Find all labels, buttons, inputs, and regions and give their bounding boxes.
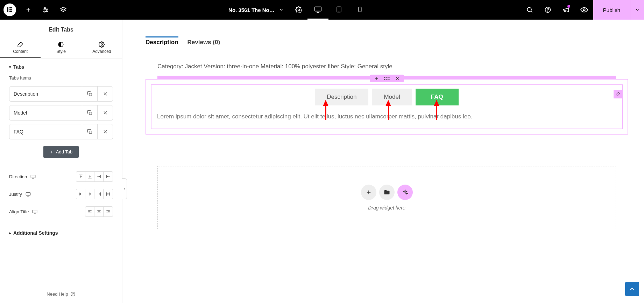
page-settings-button[interactable]: [290, 0, 307, 20]
dropzone-template-button[interactable]: [379, 185, 395, 200]
tab-item-copy-button[interactable]: [82, 105, 97, 120]
svg-point-12: [298, 9, 299, 11]
justify-label: Justify: [9, 192, 22, 197]
add-tab-button[interactable]: Add Tab: [43, 146, 79, 158]
section-tabs-label: Tabs: [13, 64, 24, 70]
direction-end[interactable]: [94, 172, 104, 181]
panel-tab-content[interactable]: Content: [0, 38, 41, 58]
add-element-button[interactable]: [20, 0, 37, 20]
dropzone-text: Drag widget here: [368, 205, 405, 211]
elementor-logo[interactable]: [0, 0, 20, 20]
svg-point-20: [527, 7, 531, 12]
svg-point-23: [547, 11, 548, 12]
preview-canvas: Description Reviews (0) Category: Jacket…: [122, 20, 644, 303]
e-tab-faq[interactable]: FAQ: [416, 89, 459, 105]
justify-end[interactable]: [94, 189, 104, 199]
control-justify: Justify: [9, 187, 113, 201]
panel-tab-advanced[interactable]: Advanced: [82, 38, 122, 58]
panel-tab-content-label: Content: [13, 49, 28, 54]
product-tab-description[interactable]: Description: [146, 36, 178, 51]
tab-item-copy-button[interactable]: [82, 87, 97, 101]
product-tabs: Description Reviews (0): [146, 36, 630, 51]
align-title-label: Align Title: [9, 209, 29, 214]
panel-title: Edit Tabs: [0, 20, 122, 38]
direction-top[interactable]: [76, 172, 85, 181]
plus-icon: [50, 150, 54, 154]
direction-start[interactable]: [104, 172, 113, 181]
scroll-to-top-button[interactable]: [625, 282, 639, 296]
widget-add-button[interactable]: [374, 76, 379, 81]
tab-item-label[interactable]: FAQ: [9, 124, 82, 139]
svg-rect-2: [9, 9, 12, 11]
tab-item-label[interactable]: Description: [9, 87, 82, 101]
tab-item-remove-button[interactable]: [97, 87, 113, 101]
widget-toolbar: [370, 75, 404, 82]
widget-delete-button[interactable]: [395, 76, 400, 81]
preview-button[interactable]: [575, 0, 593, 20]
device-mobile[interactable]: [349, 0, 370, 20]
publish-button[interactable]: Publish: [593, 0, 630, 20]
panel-tab-style[interactable]: Style: [41, 38, 81, 58]
align-center[interactable]: [94, 207, 104, 216]
publish-options-button[interactable]: [630, 0, 644, 20]
align-left[interactable]: [85, 207, 94, 216]
site-settings-button[interactable]: [37, 0, 55, 20]
notification-dot-icon: [567, 5, 570, 8]
tab-item-remove-button[interactable]: [97, 105, 113, 120]
control-align-title: Align Title: [9, 205, 113, 218]
topbar-left: [0, 0, 72, 20]
product-description-text: Category: Jacket Version: three-in-one M…: [143, 62, 630, 73]
panel-tab-style-label: Style: [56, 49, 66, 54]
direction-bottom[interactable]: [85, 172, 94, 181]
align-title-options: [85, 206, 113, 217]
widget-drag-handle[interactable]: [384, 76, 390, 81]
responsive-icon[interactable]: [30, 174, 36, 179]
panel-tabs: Content Style Advanced: [0, 38, 122, 58]
tab-item-row[interactable]: Model: [9, 105, 113, 120]
responsive-icon[interactable]: [32, 209, 37, 214]
svg-point-7: [44, 7, 45, 8]
align-right[interactable]: [104, 207, 113, 216]
tab-item-row[interactable]: Description: [9, 86, 113, 102]
justify-stretch[interactable]: [104, 189, 113, 199]
svg-rect-37: [31, 175, 36, 178]
e-tab-model[interactable]: Model: [372, 89, 412, 105]
structure-button[interactable]: [55, 0, 72, 20]
drop-zone[interactable]: Drag widget here: [157, 166, 616, 229]
dropzone-add-button[interactable]: [361, 185, 376, 200]
svg-rect-3: [9, 11, 12, 12]
tab-item-label[interactable]: Model: [9, 105, 82, 120]
tabs-widget[interactable]: Description Model FAQ Lorem ipsum dolor …: [151, 84, 623, 129]
svg-rect-48: [26, 192, 30, 195]
svg-rect-1: [9, 7, 12, 8]
tabs-widget-container[interactable]: Description Model FAQ Lorem ipsum dolor …: [146, 79, 628, 135]
widget-edit-button[interactable]: [614, 90, 622, 98]
svg-rect-56: [99, 193, 100, 195]
finder-button[interactable]: [521, 0, 539, 20]
need-help-link[interactable]: Need Help: [47, 291, 68, 297]
svg-point-25: [101, 44, 103, 46]
tab-item-row[interactable]: FAQ: [9, 124, 113, 139]
help-button[interactable]: [539, 0, 557, 20]
svg-rect-26: [89, 93, 92, 96]
product-tab-reviews[interactable]: Reviews (0): [187, 36, 220, 51]
svg-rect-60: [33, 210, 37, 213]
whats-new-button[interactable]: [557, 0, 575, 20]
justify-center[interactable]: [85, 189, 94, 199]
dropzone-ai-button[interactable]: [397, 185, 413, 200]
elementor-logo-icon: [3, 4, 16, 16]
svg-line-21: [531, 11, 532, 13]
e-tab-description[interactable]: Description: [315, 89, 368, 105]
device-desktop[interactable]: [307, 0, 328, 20]
document-switcher[interactable]: No. 3561 The No…: [222, 7, 290, 13]
tab-item-copy-button[interactable]: [82, 124, 97, 139]
direction-label: Direction: [9, 174, 27, 179]
section-tabs-header[interactable]: Tabs: [0, 58, 122, 73]
responsive-icon[interactable]: [26, 192, 31, 197]
justify-start[interactable]: [76, 189, 85, 199]
device-tablet[interactable]: [328, 0, 349, 20]
svg-point-24: [583, 9, 585, 11]
section-additional-header[interactable]: Additional Settings: [0, 225, 122, 239]
tab-item-remove-button[interactable]: [97, 124, 113, 139]
direction-options: [76, 171, 113, 182]
